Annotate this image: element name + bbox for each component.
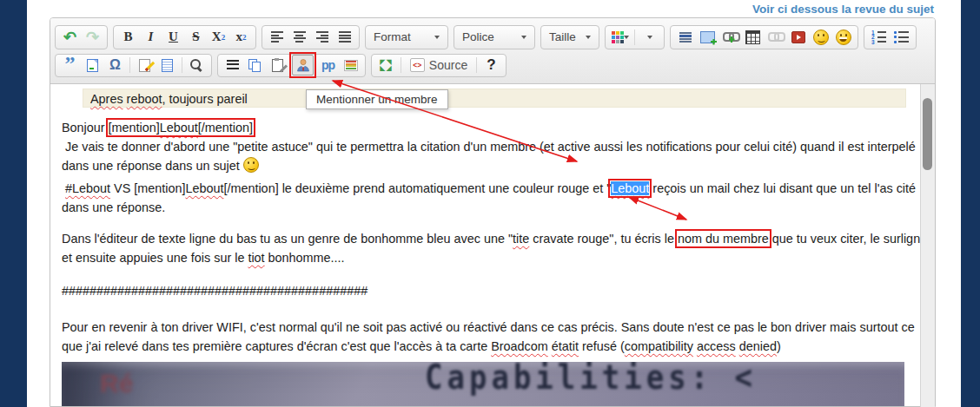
- source-code-icon: <>: [410, 58, 425, 72]
- redo-button[interactable]: ↷: [82, 27, 103, 48]
- editor-line: dans une réponse dans un sujet: [62, 156, 920, 179]
- format-dropdown[interactable]: Format: [365, 25, 448, 49]
- quote-member-button[interactable]: pp: [317, 55, 339, 75]
- table-icon: [745, 30, 760, 44]
- copy-button[interactable]: [244, 55, 266, 75]
- help-button[interactable]: ?: [480, 55, 502, 75]
- superscript-mark: 2: [242, 33, 247, 42]
- editor-line: Bonjour [mention]Lebout[/mention]: [62, 118, 920, 137]
- scrollbar-thumb[interactable]: [923, 98, 932, 170]
- smiley-emoticon: [243, 157, 259, 173]
- bbcode-button[interactable]: [82, 55, 103, 75]
- background-color-button[interactable]: [639, 27, 660, 48]
- topic-review-link[interactable]: Voir ci dessous la revue du sujet: [0, 3, 934, 16]
- special-char-button[interactable]: Ω: [104, 55, 126, 75]
- spoiler-button[interactable]: [340, 55, 361, 75]
- editor-line: dans une réponse.: [62, 198, 920, 217]
- editor-scrollbar[interactable]: [920, 84, 935, 407]
- spellcheck-button[interactable]: [134, 55, 156, 75]
- editor-toolbar: ↶ ↷ B I U S X2 x2 Format: [50, 18, 935, 84]
- insert-table-button[interactable]: [742, 27, 764, 48]
- strikethrough-button[interactable]: S: [185, 27, 207, 48]
- insert-video-button[interactable]: [787, 27, 809, 48]
- subscript-mark: 2: [222, 33, 226, 42]
- text-color-button[interactable]: [609, 27, 631, 48]
- divider: [401, 57, 401, 73]
- mention-member-button[interactable]: [292, 55, 314, 75]
- format-dropdown-label: Format: [374, 30, 411, 43]
- pp-quote-icon: pp: [321, 58, 334, 72]
- justify-icon: [339, 31, 351, 43]
- forum-editor-page: Voir ci dessous la revue du sujet ↶ ↷ B …: [0, 0, 980, 407]
- subscript-button[interactable]: X2: [208, 27, 229, 48]
- blockquote-button[interactable]: ”: [59, 55, 81, 75]
- clipboard-group: pp: [217, 54, 366, 77]
- editor-content-area[interactable]: Apres reboot, toujours pareil Bonjour [m…: [50, 84, 920, 406]
- source-button-label: Source: [429, 58, 467, 72]
- photo-capabilities-text: Capabilities: <: [425, 365, 757, 387]
- editor-line: Je vais te donner d'abord une "petite as…: [62, 137, 920, 156]
- help-icon: ?: [487, 56, 495, 74]
- selected-text[interactable]: Lebout: [611, 181, 649, 195]
- editor-line: #Lebout VS [mention]Lebout[/mention] le …: [62, 179, 920, 198]
- colored-stripes-icon: [344, 60, 358, 71]
- ordered-list-button[interactable]: [868, 27, 890, 48]
- bullet-list-button[interactable]: [891, 27, 912, 48]
- mention-tooltip: Mentionner un membre: [306, 89, 448, 109]
- align-center-button[interactable]: [288, 27, 310, 48]
- chevron-down-icon: [586, 36, 591, 39]
- quote-text: Apres: [90, 92, 123, 106]
- chevron-down-icon: [521, 36, 526, 39]
- smiley-button[interactable]: [810, 27, 831, 48]
- omega-icon: Ω: [109, 58, 121, 72]
- video-icon: [791, 31, 805, 43]
- divider: [476, 57, 477, 73]
- font-dropdown-label: Police: [462, 30, 494, 43]
- templates-button[interactable]: [156, 55, 178, 75]
- justify-button[interactable]: [334, 27, 355, 48]
- insert-link-button[interactable]: [719, 27, 741, 48]
- page-break-button[interactable]: [222, 55, 243, 75]
- paste-icon: [272, 59, 283, 72]
- unlink-button[interactable]: [765, 27, 786, 48]
- font-dropdown[interactable]: Police: [454, 25, 535, 49]
- paste-button[interactable]: [267, 55, 288, 75]
- maximize-icon: ◤◥◣◢: [380, 59, 392, 71]
- mention-bbcode-annotation: [mention]Lebout[/mention]: [109, 121, 253, 135]
- copy-icon: [248, 59, 262, 71]
- insert-image-button[interactable]: [697, 27, 718, 48]
- ordered-list-icon: [871, 31, 886, 43]
- bold-button[interactable]: B: [117, 27, 139, 48]
- editor-line: Dans l'éditeur de texte ligne du bas tu …: [62, 229, 920, 248]
- underline-button[interactable]: U: [162, 27, 184, 48]
- align-right-button[interactable]: [311, 27, 333, 48]
- quote-text: , toujours pareil: [162, 92, 247, 106]
- size-dropdown[interactable]: Taille: [540, 25, 599, 49]
- editor-line: Pour en revenir à ton driver WIFI, c'est…: [62, 318, 920, 337]
- divider: [129, 57, 130, 73]
- source-group: ◤◥◣◢ <> Source ?: [371, 54, 507, 77]
- undo-group: ↶ ↷: [55, 25, 108, 49]
- divider: [634, 30, 635, 45]
- grin-smiley-button[interactable]: [832, 27, 854, 48]
- quoted-post: Apres reboot, toujours pareil: [83, 89, 906, 108]
- divider: [182, 57, 182, 73]
- blockquote-icon: ”: [65, 60, 76, 70]
- attached-screenshot-image: Ré Capabilities: <: [62, 362, 904, 406]
- maximize-button[interactable]: ◤◥◣◢: [375, 55, 397, 75]
- misc-group: ” Ω: [55, 54, 212, 77]
- source-button[interactable]: <> Source: [405, 55, 473, 75]
- horizontal-rule-button[interactable]: [674, 27, 696, 48]
- member-name-annotation: nom du membre: [678, 232, 769, 246]
- find-button[interactable]: [186, 55, 208, 75]
- superscript-button[interactable]: x2: [230, 27, 252, 48]
- quote-text: reboot: [127, 92, 162, 106]
- alignment-group: [262, 25, 360, 49]
- right-page-margin: [961, 0, 980, 407]
- undo-button[interactable]: ↶: [59, 27, 81, 48]
- document-icon: [162, 59, 173, 72]
- align-left-button[interactable]: [266, 27, 288, 48]
- smiley-icon: [813, 30, 829, 45]
- italic-button[interactable]: I: [140, 27, 162, 48]
- bullet-list-icon: [894, 31, 909, 43]
